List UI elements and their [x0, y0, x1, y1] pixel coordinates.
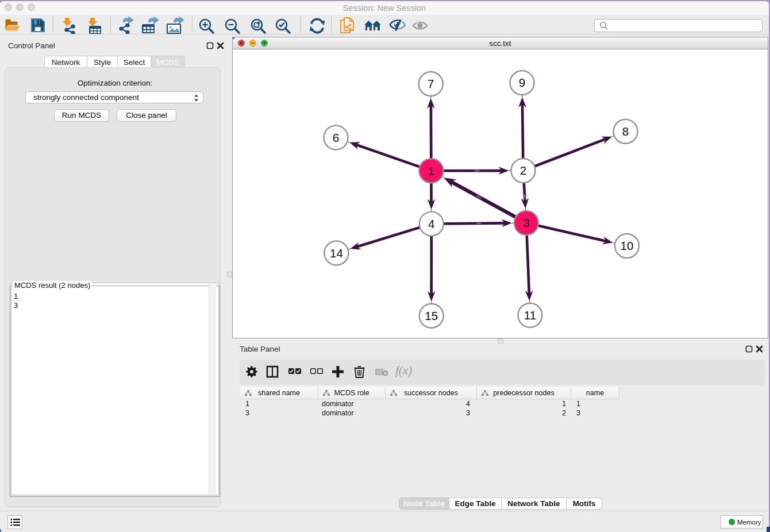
svg-text:2: 2: [520, 164, 526, 177]
svg-text:4: 4: [428, 217, 434, 230]
svg-text:10: 10: [621, 239, 634, 252]
svg-text:8: 8: [622, 125, 629, 138]
svg-text:1: 1: [428, 164, 434, 178]
svg-text:7: 7: [428, 77, 434, 90]
svg-text:14: 14: [330, 246, 343, 260]
svg-text:6: 6: [333, 131, 339, 144]
svg-text:3: 3: [523, 216, 529, 229]
svg-text:15: 15: [425, 309, 438, 322]
svg-text:11: 11: [524, 309, 536, 322]
svg-text:9: 9: [519, 76, 525, 89]
